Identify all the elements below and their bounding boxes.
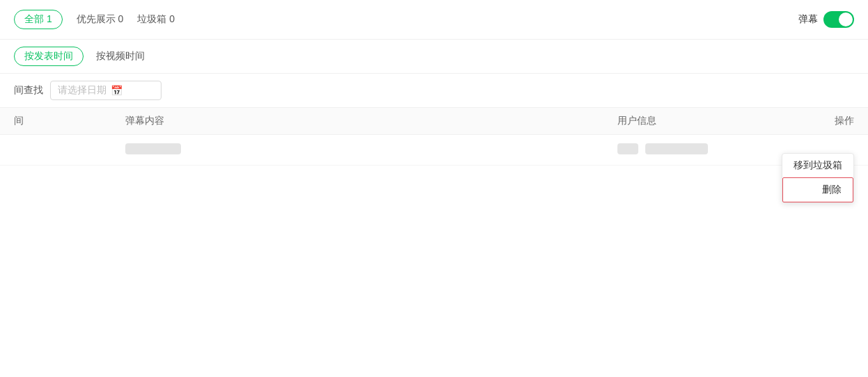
action-dropdown: 移到垃圾箱 删除 [782, 153, 854, 203]
sort-publish-label: 按发表时间 [24, 50, 73, 63]
user-name-blurred [645, 143, 708, 154]
date-picker[interactable]: 请选择日期 📅 [50, 81, 161, 100]
col-header-user: 用户信息 [617, 115, 798, 127]
table-header: 间 弹幕内容 用户信息 操作 [0, 108, 868, 135]
col-header-content: 弹幕内容 [125, 115, 617, 127]
danmaku-toggle[interactable] [823, 11, 854, 28]
tab-all[interactable]: 全部 1 [14, 10, 63, 29]
calendar-icon: 📅 [111, 85, 123, 96]
tab-priority[interactable]: 优先展示 0 [77, 13, 124, 26]
delete-label: 删除 [822, 184, 842, 195]
top-bar: 全部 1 优先展示 0 垃圾箱 0 弹幕 [0, 0, 868, 40]
delete-item[interactable]: 删除 [782, 177, 853, 202]
tab-priority-label: 优先展示 0 [77, 13, 124, 24]
col-header-time: 间 [14, 115, 125, 127]
col-action-label: 操作 [835, 115, 854, 126]
search-bar: 间查找 请选择日期 📅 [0, 74, 868, 108]
sort-bar: 按发表时间 按视频时间 [0, 40, 868, 74]
col-user-label: 用户信息 [617, 115, 656, 126]
col-time-label: 间 [14, 115, 24, 126]
tab-trash[interactable]: 垃圾箱 0 [137, 13, 175, 26]
toggle-label: 弹幕 [798, 13, 818, 26]
search-label: 间查找 [14, 84, 43, 97]
table-row: 移到垃圾箱 删除 [0, 135, 868, 166]
content-blurred [125, 143, 181, 154]
col-header-action: 操作 [798, 115, 854, 127]
col-content-label: 弹幕内容 [125, 115, 164, 126]
sort-by-publish-btn[interactable]: 按发表时间 [14, 47, 84, 66]
date-placeholder: 请选择日期 [58, 84, 106, 97]
move-to-trash-item[interactable]: 移到垃圾箱 [782, 154, 853, 177]
cell-user [617, 143, 798, 157]
cell-content [125, 143, 617, 157]
tab-trash-label: 垃圾箱 0 [137, 13, 175, 24]
user-avatar-blurred [617, 143, 638, 154]
sort-video-label: 按视频时间 [96, 50, 145, 61]
tab-all-label: 全部 1 [24, 13, 52, 26]
toggle-area: 弹幕 [798, 11, 854, 28]
move-trash-label: 移到垃圾箱 [794, 159, 842, 170]
sort-by-video-btn[interactable]: 按视频时间 [90, 47, 150, 65]
